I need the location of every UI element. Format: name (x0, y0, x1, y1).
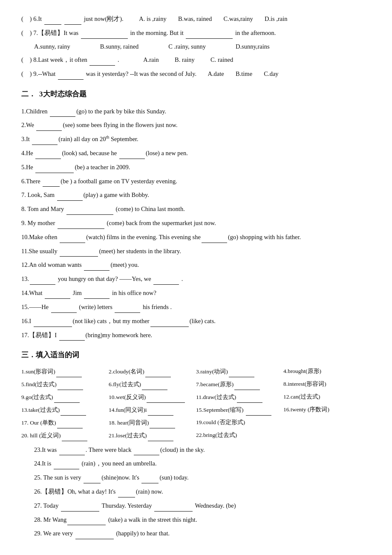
s3-q28: 28. Mr Wang (take) a walk in the street … (21, 514, 371, 526)
v2-blank (145, 366, 171, 377)
s3-q29-blank (75, 527, 114, 539)
s2-q10-blank2 (202, 231, 227, 243)
vocab-19-empty (283, 417, 371, 428)
v11-blank (237, 392, 262, 403)
vocab-18: 18. hear(同音词) (109, 417, 196, 428)
q7-paren: ( ) (21, 27, 32, 39)
v17-blank (57, 417, 83, 428)
vocab-20: 20. hill (近义词) (21, 430, 109, 441)
s3-q24-blank (54, 457, 79, 469)
q7-choiceC: C .rainy, sunny (168, 41, 206, 52)
s3-q23: 23.It was . There were black (cloud) in … (21, 444, 371, 456)
q6-choiceC: C.was,rainy (223, 15, 253, 22)
q6-num: 6.It (33, 15, 42, 22)
s3-q29: 29. We are very (happily) to hear that. (21, 527, 371, 539)
q7-blank2 (186, 27, 233, 39)
vocab-22-empty (283, 430, 371, 441)
section2: 二． 3大时态综合题 1.Children (go) to the park b… (21, 87, 371, 341)
s2-q16-blank2 (150, 315, 189, 327)
q6-blank2 (64, 13, 81, 25)
page-number: 2 (21, 552, 371, 555)
s2-q9-blank (58, 217, 104, 229)
vocab-6: 6.fly(过去式) (109, 379, 196, 390)
q7-text-end: in the afternoon. (235, 29, 276, 36)
q8-blank (89, 54, 115, 66)
s2-q11-blank (60, 245, 98, 257)
q7-choiceB: B.sunny, rained (100, 41, 138, 52)
vocab-12: 12.can(过去式) (283, 392, 371, 403)
s2-q10-blank1 (60, 231, 85, 243)
vocab-22: 22.bring(过去式) (196, 430, 283, 441)
s2-q14: 14.What Jim in his office now? (21, 287, 371, 299)
q8-period: . (118, 56, 119, 63)
q8-choiceA: A.rain (143, 56, 159, 63)
section2-label: 二． (21, 87, 36, 101)
vocab-17: 17. Our (单数) (21, 417, 109, 428)
s2-q6-blank (43, 175, 60, 187)
s3-q26-blank (118, 486, 135, 497)
q6-text: just now(刚才). (84, 15, 124, 22)
s3-q26: 26.【易错】Oh, what a day! It's (rain) now. (21, 486, 371, 497)
section3-title: 三．填入适当的词 (21, 348, 371, 361)
s2-q12-blank (84, 259, 110, 271)
q7-text-mid: in the morning. But it (130, 29, 183, 36)
s2-q5-blank (35, 161, 74, 173)
q9-text-mid: was it yesterday? --It was the second of… (86, 70, 196, 77)
vocab-13: 13.take(过去式) (21, 405, 109, 416)
q9-paren: ( ) (21, 68, 32, 80)
v3-blank (229, 366, 254, 377)
section2-text: 3大时态综合题 (39, 87, 86, 101)
v6-blank (142, 379, 167, 390)
s3-q25-blank2 (141, 471, 159, 483)
q7-num: 7.【易错】It was (33, 29, 78, 36)
s2-q15-blank2 (115, 301, 140, 313)
s2-q17: 17.【易错】I (bring)my homework here. (21, 329, 371, 341)
s2-q4-blank1 (35, 147, 61, 159)
s3-q27-blank1 (61, 500, 99, 512)
vocab-2: 2.cloudy(名词) (109, 366, 196, 377)
s3-q25: 25. The sun is very (shine)now. It's (su… (21, 471, 371, 483)
s3-q23-blank1 (59, 444, 85, 456)
s2-q5: 5.He (be) a teacher in 2009. (21, 161, 371, 173)
v21-blank (148, 430, 173, 441)
s2-q8: 8. Tom and Mary (come) to China last mon… (21, 203, 371, 215)
section2-title: 二． 3大时态综合题 (21, 87, 371, 101)
s2-q14-blank2 (84, 287, 110, 299)
q6-choiceD: D.is ,rain (265, 15, 288, 22)
vocab-16: 16.twenty (序数词) (283, 405, 371, 416)
vocab-15: 15.September(缩写) (196, 405, 283, 416)
s2-q2-blank (36, 119, 62, 131)
vocab-8: 8.interest(形容词) (283, 379, 371, 390)
vocab-5: 5.find(过去式) (21, 379, 109, 390)
q8-choiceC: C. rained (210, 56, 233, 63)
v1-blank (56, 366, 82, 377)
s2-q11: 11.She usually (meet) her students in th… (21, 245, 371, 257)
s2-q1: 1.Children (go) to the park by bike this… (21, 105, 371, 117)
s2-q10: 10.Make often (watch) films in the eveni… (21, 231, 371, 243)
v15-blank (246, 405, 271, 416)
vocab-4: 4.brought(原形) (283, 366, 371, 377)
section3: 三．填入适当的词 1.sun(形容词) 2.cloudy(名词) 3.rainy… (21, 348, 371, 539)
vocab-3: 3.rainy(动词) (196, 366, 283, 377)
q7-choiceA: A.sunny, rainy (34, 41, 70, 52)
v13-blank (61, 405, 86, 416)
s2-q3: 3.It (rain) all day on 20th September. (21, 133, 371, 145)
vocab-9: 9.go(过去式) (21, 392, 109, 403)
vocab-10: 10.wet(反义词) (109, 392, 196, 403)
s2-q1-blank (50, 105, 75, 117)
s3-q24: 24.It is (rain)，you need an umbrella. (21, 457, 371, 469)
q7-choices: A.sunny, rainy B.sunny, rained C .rainy,… (21, 41, 371, 52)
vocab-7: 7.became(原形) (196, 379, 283, 390)
s2-q17-blank (59, 329, 85, 341)
q9-text1: 9.--What (33, 70, 55, 77)
s2-q14-blank1 (45, 287, 70, 299)
s3-q28-blank (67, 514, 106, 526)
v14-blank (148, 405, 173, 416)
q9-blank (58, 68, 84, 80)
v5-blank (58, 379, 83, 390)
vocab-21: 21.lose(过去式) (109, 430, 196, 441)
q6-choiceA: A. is ,rainy (139, 15, 166, 22)
s3-q23-blank2 (134, 444, 159, 456)
s2-q2: 2.We (see) some bees flying in the flowe… (21, 119, 371, 131)
section1: ( ) 6.It just now(刚才). A. is ,rainy B.wa… (21, 13, 371, 80)
